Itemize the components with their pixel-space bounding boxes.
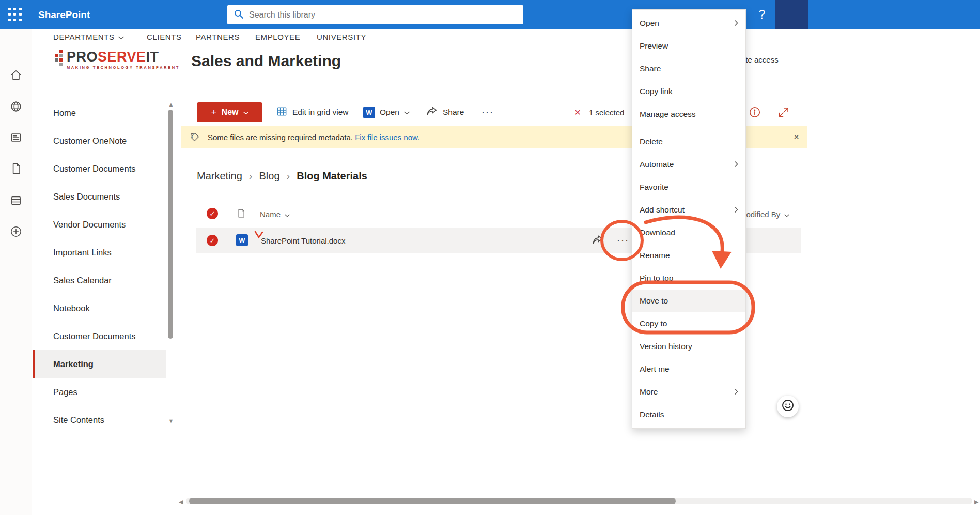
file-type-column-icon [236,208,246,221]
chevron-down-icon [118,30,124,44]
share-button[interactable]: Share [425,102,464,122]
sidebar-item-sales-documents[interactable]: Sales Documents [33,183,166,210]
help-button[interactable]: ? [750,0,774,29]
nav-clients[interactable]: CLIENTS [147,30,182,44]
command-more-button[interactable]: ··· [477,102,498,122]
share-icon [425,105,438,120]
word-icon: W [363,107,375,118]
sidebar-item-customer-documents-2[interactable]: Customer Documents [33,322,166,350]
chevron-right-icon [735,160,738,169]
menu-item-pin-to-top[interactable]: Pin to top [632,267,745,290]
sidebar-item-customer-onenote[interactable]: Customer OneNote [33,127,166,155]
menu-item-rename[interactable]: Rename [632,244,745,267]
sidebar-item-vendor-documents[interactable]: Vendor Documents [33,210,166,238]
sidebar-item-customer-documents[interactable]: Customer Documents [33,155,166,183]
menu-item-copy-link[interactable]: Copy link [632,80,745,103]
menu-item-details[interactable]: Details [632,403,745,426]
home-icon[interactable] [9,68,23,82]
search-input[interactable] [249,10,517,20]
create-icon[interactable] [9,225,23,238]
site-title: Sales and Marketing [191,52,341,70]
grid-view-icon [276,105,288,119]
hscroll-right-arrow[interactable]: ▶ [974,498,978,505]
logo-text-serve: SERVE [98,49,146,65]
sidebar-scroll-down[interactable]: ▼ [166,418,176,424]
file-name[interactable]: SharePoint Tutorial.docx [261,228,345,253]
horizontal-scrollbar-thumb[interactable] [189,498,676,504]
search-box[interactable] [227,5,523,24]
menu-item-share[interactable]: Share [632,57,745,80]
account-avatar[interactable] [775,0,808,29]
suite-bar: SharePoint ? [0,0,980,29]
banner-message: Some files are missing required metadata… [208,133,419,142]
sidebar-item-notebook[interactable]: Notebook [33,294,166,322]
menu-item-more[interactable]: More [632,381,745,403]
row-selected-checkbox[interactable]: ✓ [207,235,218,246]
context-menu: Open Preview Share Copy link Manage acce… [632,9,746,429]
menu-item-add-shortcut[interactable]: Add shortcut [632,199,745,221]
sidebar-scrollbar-thumb[interactable] [168,110,173,339]
row-more-actions-button[interactable]: ··· [613,228,633,253]
logo-tagline: MAKING TECHNOLOGY TRANSPARENT [67,65,180,70]
edit-grid-view-button[interactable]: Edit in grid view [276,102,349,122]
clear-selection-button[interactable]: × [574,102,581,122]
menu-item-move-to[interactable]: Move to [632,290,745,312]
name-column-header[interactable]: Name [260,208,290,220]
logo-text-it: IT [146,49,159,65]
plus-icon: + [211,107,216,118]
breadcrumb-separator: › [249,170,253,182]
tag-question-icon: ? [189,131,200,143]
word-file-icon: W [236,234,248,246]
row-share-icon[interactable] [591,234,604,249]
nav-university[interactable]: UNIVERSITY [317,30,366,44]
menu-item-alert-me[interactable]: Alert me [632,358,745,381]
info-icon[interactable] [748,105,761,119]
lists-icon[interactable] [9,194,23,207]
banner-close-icon[interactable]: × [794,131,799,143]
document-icon[interactable] [9,162,23,175]
sidebar-item-pages[interactable]: Pages [33,378,166,406]
modified-by-column-header[interactable]: Modified By [740,208,789,220]
menu-item-automate[interactable]: Automate [632,153,745,176]
menu-item-copy-to[interactable]: Copy to [632,312,745,335]
feedback-button[interactable] [777,396,799,417]
menu-item-open[interactable]: Open [632,12,745,35]
sidebar-item-site-contents[interactable]: Site Contents [33,406,166,434]
new-button[interactable]: + New [197,102,262,122]
sidebar-item-sales-calendar[interactable]: Sales Calendar [33,266,166,294]
menu-item-delete[interactable]: Delete [632,130,745,153]
breadcrumb-blog-materials: Blog Materials [297,170,367,182]
fix-file-issues-link[interactable]: Fix file issues now. [355,133,419,142]
selection-count: 1 selected [589,102,624,122]
logo-pixel-mark [53,50,64,70]
breadcrumb-marketing[interactable]: Marketing [197,170,242,182]
news-icon[interactable] [9,131,23,144]
chevron-down-icon [784,210,789,219]
menu-item-manage-access[interactable]: Manage access [632,103,745,126]
hscroll-left-arrow[interactable]: ◀ [179,498,183,505]
select-all-checkbox[interactable]: ✓ [207,208,218,219]
nav-employee[interactable]: EMPLOYEE [255,30,300,44]
proserveit-logo[interactable]: PROSERVEIT MAKING TECHNOLOGY TRANSPARENT [53,50,180,70]
sidebar-item-marketing[interactable]: Marketing [33,350,166,378]
sidebar-item-important-links[interactable]: Important Links [33,238,166,266]
menu-item-favorite[interactable]: Favorite [632,176,745,199]
menu-item-version-history[interactable]: Version history [632,335,745,358]
sharepoint-brand[interactable]: SharePoint [38,0,90,29]
nav-partners[interactable]: PARTNERS [196,30,240,44]
expand-icon[interactable] [777,105,790,119]
chevron-down-icon [404,108,410,117]
globe-icon[interactable] [9,100,23,113]
breadcrumb-blog[interactable]: Blog [259,170,279,182]
menu-divider [632,128,745,128]
sidebar-scroll-up[interactable]: ▲ [166,101,176,108]
breadcrumb: Marketing › Blog › Blog Materials [197,170,367,182]
chevron-right-icon [735,19,738,28]
open-button[interactable]: W Open [363,102,410,122]
menu-item-download[interactable]: Download [632,221,745,244]
logo-text-pro: PRO [67,49,98,65]
nav-departments[interactable]: DEPARTMENTS [53,30,124,44]
app-launcher-icon[interactable] [8,8,22,22]
menu-item-preview[interactable]: Preview [632,35,745,57]
sidebar-item-home[interactable]: Home [33,99,166,127]
